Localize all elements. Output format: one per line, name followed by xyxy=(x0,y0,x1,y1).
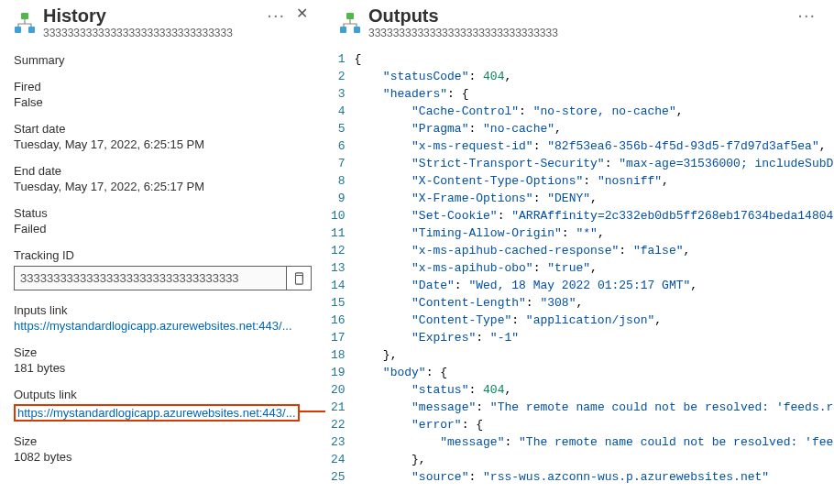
inputs-size-value: 181 bytes xyxy=(14,361,312,375)
code-viewer[interactable]: 1234567891011121314151617181920212223242… xyxy=(325,50,834,504)
outputs-header: Outputs 3333333333333333333333333333333 … xyxy=(325,5,834,40)
start-date-label: Start date xyxy=(14,122,312,136)
fired-value: False xyxy=(14,95,312,109)
inputs-link[interactable]: https://mystandardlogicapp.azurewebsites… xyxy=(14,319,292,333)
fired-label: Fired xyxy=(14,80,312,93)
outputs-size-label: Size xyxy=(14,434,312,448)
more-icon[interactable]: ··· xyxy=(267,5,285,21)
end-date-label: End date xyxy=(14,164,312,178)
more-icon[interactable]: ··· xyxy=(797,5,816,21)
copy-icon xyxy=(292,272,305,285)
status-value: Failed xyxy=(14,222,312,236)
logic-app-icon xyxy=(14,12,36,34)
tracking-id-label: Tracking ID xyxy=(14,248,312,262)
svg-rect-7 xyxy=(340,27,346,33)
history-title: History xyxy=(43,5,250,27)
summary-label: Summary xyxy=(14,53,312,67)
code-lines: { "statusCode": 404, "headers": { "Cache… xyxy=(355,50,834,504)
logic-app-icon xyxy=(339,12,361,34)
copy-button[interactable] xyxy=(286,266,312,290)
inputs-size-label: Size xyxy=(14,345,312,359)
line-gutter: 1234567891011121314151617181920212223242… xyxy=(325,50,355,504)
tracking-id-input[interactable] xyxy=(14,266,286,290)
close-icon[interactable]: ✕ xyxy=(292,5,312,22)
history-panel: History 3333333333333333333333333333333 … xyxy=(0,0,325,504)
outputs-link[interactable]: https://mystandardlogicapp.azurewebsites… xyxy=(17,406,296,420)
status-label: Status xyxy=(14,206,312,220)
svg-rect-3 xyxy=(296,275,303,284)
history-subtitle: 3333333333333333333333333333333 xyxy=(43,27,250,40)
history-header: History 3333333333333333333333333333333 … xyxy=(14,5,312,40)
svg-rect-0 xyxy=(21,13,28,19)
inputs-link-label: Inputs link xyxy=(14,303,312,317)
start-date-value: Tuesday, May 17, 2022, 6:25:15 PM xyxy=(14,137,312,151)
svg-rect-1 xyxy=(15,27,21,33)
outputs-subtitle: 3333333333333333333333333333333 xyxy=(368,27,781,40)
outputs-title: Outputs xyxy=(368,5,781,27)
end-date-value: Tuesday, May 17, 2022, 6:25:17 PM xyxy=(14,180,312,193)
svg-rect-2 xyxy=(28,27,35,33)
svg-rect-8 xyxy=(354,27,360,33)
svg-rect-6 xyxy=(346,13,354,19)
outputs-panel: Outputs 3333333333333333333333333333333 … xyxy=(325,0,834,504)
arrow-icon xyxy=(298,404,325,419)
outputs-link-label: Outputs link xyxy=(14,388,312,401)
outputs-size-value: 1082 bytes xyxy=(14,450,312,464)
outputs-link-highlight: https://mystandardlogicapp.azurewebsites… xyxy=(14,404,300,422)
